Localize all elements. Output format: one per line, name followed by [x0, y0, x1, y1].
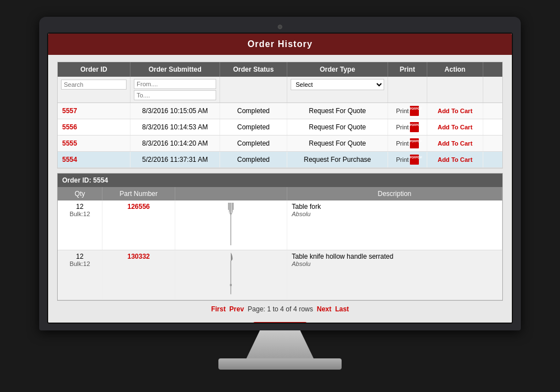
search-input[interactable] — [61, 80, 127, 90]
action-cell: Add To Cart — [427, 103, 483, 119]
type-cell: Request For Purchase — [287, 152, 388, 167]
pdf-icon: PDF — [410, 155, 419, 165]
status-cell: Completed — [220, 103, 287, 119]
prev-link[interactable]: Prev — [230, 305, 244, 313]
monitor-camera — [278, 25, 282, 29]
print-link[interactable]: Print — [396, 108, 409, 114]
page-title: Order History — [248, 39, 312, 49]
qty-bulk-cell: 12 Bulk:12 — [62, 203, 97, 217]
sub-table-row: 12 Bulk:12 126556 — [58, 200, 502, 250]
svg-rect-7 — [230, 284, 231, 286]
order-id-cell: 5556 — [58, 119, 130, 135]
pdf-icon: PDF — [410, 122, 419, 132]
submitted-cell: 8/3/2016 10:14:53 AM — [130, 119, 220, 135]
first-link[interactable]: First — [211, 305, 226, 313]
back-button[interactable]: << BACK — [253, 322, 307, 324]
table-row: 5557 8/3/2016 10:15:05 AM Completed Requ… — [58, 103, 502, 119]
sub-table: Order ID: 5554 Qty Part Number Descripti… — [57, 173, 503, 301]
order-table: Order ID Order Submitted Order Status Or… — [57, 62, 503, 169]
print-link[interactable]: Print — [396, 140, 409, 147]
title-bar: Order History — [48, 34, 512, 55]
bulk-value: Bulk:12 — [69, 211, 90, 217]
submitted-cell: 5/2/2016 11:37:31 AM — [130, 152, 220, 167]
sub-table-title: Order ID: 5554 — [58, 174, 502, 187]
page-info: Page: 1 to 4 of 4 rows — [248, 305, 313, 313]
qty-value: 12 — [76, 253, 83, 260]
action-cell: Add To Cart — [427, 152, 483, 167]
part-number-link[interactable]: 130332 — [127, 253, 150, 260]
desc-line2: Absolu — [292, 260, 497, 267]
sub-qty-cell: 12 Bulk:12 — [58, 200, 102, 250]
sub-desc-cell: Table knife hollow handle serrated Absol… — [287, 250, 502, 300]
knife-icon — [223, 253, 240, 297]
monitor-base — [218, 358, 342, 370]
desc-line1: Table knife hollow handle serrated — [292, 253, 497, 260]
order-id-link[interactable]: 5557 — [62, 107, 77, 115]
action-filter-cell — [427, 77, 483, 102]
print-cell: Print PDF — [388, 119, 427, 135]
filter-row: Select — [58, 77, 502, 103]
sub-part-cell: 130332 — [102, 250, 175, 300]
svg-rect-5 — [230, 214, 231, 245]
submitted-cell: 8/3/2016 10:15:05 AM — [130, 103, 220, 119]
svg-rect-6 — [230, 260, 231, 294]
svg-rect-2 — [232, 203, 232, 212]
order-id-link[interactable]: 5556 — [62, 123, 77, 131]
to-date-input[interactable] — [134, 90, 216, 100]
part-number-link[interactable]: 126556 — [127, 203, 150, 211]
type-select[interactable]: Select — [291, 79, 384, 90]
type-filter-cell: Select — [287, 77, 388, 102]
pagination: First Prev Page: 1 to 4 of 4 rows Next L… — [57, 301, 503, 318]
svg-rect-3 — [228, 203, 228, 210]
type-cell: Request For Quote — [287, 119, 388, 135]
print-cell: Print PDF — [388, 136, 427, 151]
status-cell: Completed — [220, 119, 287, 135]
col-action: Action — [427, 62, 483, 77]
add-to-cart-link[interactable]: Add To Cart — [437, 108, 472, 114]
svg-rect-4 — [232, 203, 233, 210]
last-link[interactable]: Last — [335, 305, 349, 313]
from-to-container — [134, 79, 216, 100]
screen: Order History Order ID Order Submitted O… — [47, 32, 513, 324]
col-print: Print — [388, 62, 427, 77]
pdf-icon: PDF — [410, 106, 419, 116]
add-to-cart-link[interactable]: Add To Cart — [437, 156, 472, 163]
sub-image-cell — [175, 200, 287, 250]
print-cell: Print PDF — [388, 103, 427, 119]
col-order-submitted: Order Submitted — [130, 62, 220, 77]
sub-col-desc: Description — [287, 187, 502, 200]
table-row: 5554 5/2/2016 11:37:31 AM Completed Requ… — [58, 152, 502, 168]
add-to-cart-link[interactable]: Add To Cart — [437, 140, 472, 147]
sub-qty-cell: 12 Bulk:12 — [58, 250, 102, 300]
add-to-cart-link[interactable]: Add To Cart — [437, 124, 472, 130]
search-cell — [58, 77, 130, 102]
print-link[interactable]: Print — [396, 124, 409, 130]
monitor-stand — [246, 330, 314, 358]
print-cell: Print PDF — [388, 152, 427, 167]
sub-part-cell: 126556 — [102, 200, 175, 250]
next-link[interactable]: Next — [317, 305, 332, 313]
status-cell: Completed — [220, 136, 287, 151]
table-row: 5555 8/3/2016 10:14:20 AM Completed Requ… — [58, 136, 502, 152]
table-row: 5556 8/3/2016 10:14:53 AM Completed Requ… — [58, 119, 502, 136]
sub-desc-cell: Table fork Absolu — [287, 200, 502, 250]
desc-line1: Table fork — [292, 203, 497, 211]
col-order-status: Order Status — [220, 62, 287, 77]
sub-image-cell — [175, 250, 287, 300]
status-cell: Completed — [220, 152, 287, 167]
print-link[interactable]: Print — [396, 156, 409, 163]
sub-col-image — [175, 187, 287, 200]
status-filter-cell — [220, 77, 287, 102]
col-order-id: Order ID — [58, 62, 130, 77]
print-filter-cell — [388, 77, 427, 102]
order-id-link[interactable]: 5554 — [62, 156, 77, 164]
date-filter-cell — [130, 77, 220, 102]
action-cell: Add To Cart — [427, 136, 483, 151]
order-id-cell: 5555 — [58, 136, 130, 151]
qty-bulk-cell: 12 Bulk:12 — [62, 253, 97, 267]
order-id-link[interactable]: 5555 — [62, 139, 77, 147]
table-header: Order ID Order Submitted Order Status Or… — [58, 62, 502, 77]
action-cell: Add To Cart — [427, 119, 483, 135]
from-date-input[interactable] — [134, 79, 216, 89]
type-cell: Request For Quote — [287, 103, 388, 119]
